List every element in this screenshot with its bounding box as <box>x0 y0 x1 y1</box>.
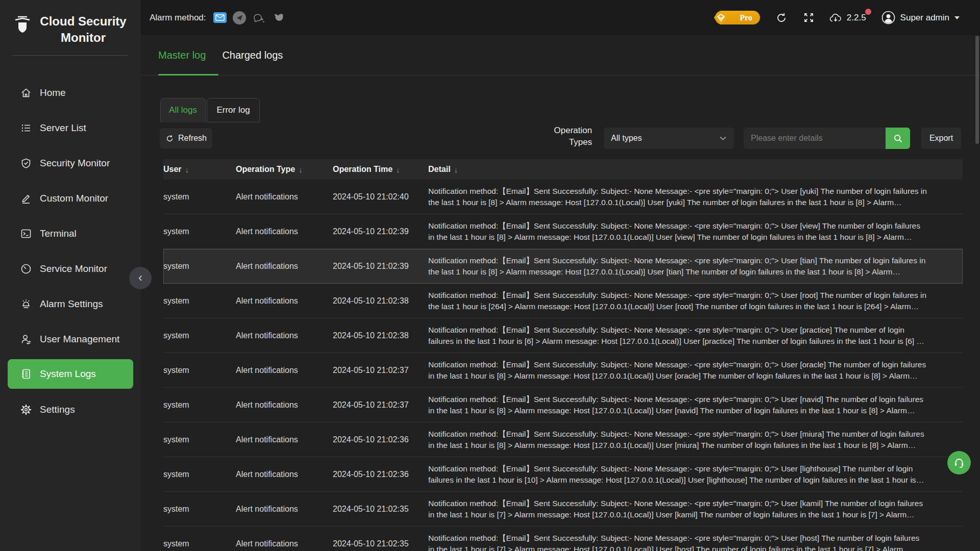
cell-detail: Notification method:【Email】Sent Successf… <box>428 429 963 450</box>
sidebar-collapse-button[interactable]: ‹ <box>129 267 152 289</box>
table-row[interactable]: systemAlert notifications2024-05-10 21:0… <box>163 388 963 422</box>
header-user[interactable]: User↓ <box>163 165 236 174</box>
table-row[interactable]: systemAlert notifications2024-05-10 21:0… <box>163 422 963 457</box>
sidebar-item-terminal[interactable]: Terminal <box>0 216 141 251</box>
cell-user: system <box>163 400 236 410</box>
header-detail[interactable]: Detail↓ <box>428 165 963 174</box>
table-row[interactable]: systemAlert notifications2024-05-10 21:0… <box>163 214 963 249</box>
search-input[interactable] <box>744 128 886 149</box>
table-row[interactable]: systemAlert notifications2024-05-10 21:0… <box>163 353 963 388</box>
app-logo: Cloud Security Monitor <box>0 0 141 46</box>
sidebar-item-settings[interactable]: Settings <box>0 392 141 427</box>
gear-icon <box>19 403 33 416</box>
cell-detail: Notification method:【Email】Sent Successf… <box>428 255 963 277</box>
table-row[interactable]: systemAlert notifications2024-05-10 21:0… <box>163 180 963 214</box>
cloud-download-icon <box>829 12 842 23</box>
cell-user: system <box>163 296 236 306</box>
cell-user: system <box>163 435 236 444</box>
pro-badge[interactable]: Pro <box>715 11 760 24</box>
sidebar-item-system-logs[interactable]: System Logs <box>8 359 133 389</box>
cell-time: 2024-05-10 21:02:35 <box>333 505 428 514</box>
cell-type: Alert notifications <box>236 470 333 479</box>
sub-tabs: All logs Error log <box>160 98 260 122</box>
cell-detail: Notification method:【Email】Sent Successf… <box>428 186 963 208</box>
sidebar-nav: Home Server List Securit <box>0 75 141 427</box>
cell-detail: Notification method:【Email】Sent Successf… <box>428 220 963 242</box>
header-operation-time[interactable]: Operation Time↓ <box>333 165 428 174</box>
cell-user: system <box>163 331 236 340</box>
shield-logo-icon <box>12 13 33 38</box>
export-button[interactable]: Export <box>921 128 961 149</box>
cell-detail: Notification method:【Email】Sent Successf… <box>428 463 963 485</box>
cell-time: 2024-05-10 21:02:39 <box>333 227 428 236</box>
subtab-all-logs[interactable]: All logs <box>160 98 206 122</box>
home-icon <box>19 86 33 99</box>
version-group[interactable]: 2.2.5 <box>829 12 866 23</box>
sidebar-item-alarm-settings[interactable]: Alarm Settings <box>0 286 141 321</box>
search-button[interactable] <box>886 128 910 149</box>
sort-desc-icon: ↓ <box>396 165 400 174</box>
sidebar: Cloud Security Monitor Home <box>0 0 141 551</box>
terminal-icon <box>19 227 33 240</box>
sort-desc-icon: ↓ <box>454 165 458 174</box>
tab-charged-logs[interactable]: Charged logs <box>222 49 283 61</box>
tab-master-log[interactable]: Master log <box>158 49 206 61</box>
header-operation-type[interactable]: Operation Type↓ <box>236 165 333 174</box>
search-group <box>744 128 910 149</box>
customer-service-button[interactable] <box>947 451 971 474</box>
pencil-icon <box>19 192 33 205</box>
table-row[interactable]: systemAlert notifications2024-05-10 21:0… <box>163 492 963 527</box>
sidebar-item-security-monitor[interactable]: Security Monitor <box>0 145 141 181</box>
cell-type: Alert notifications <box>236 366 333 375</box>
cell-type: Alert notifications <box>236 296 333 306</box>
diamond-icon <box>712 8 730 29</box>
cell-time: 2024-05-10 21:02:38 <box>333 296 428 306</box>
controls-bar: Refresh Operation Types All types Export <box>141 128 980 149</box>
cell-time: 2024-05-10 21:02:35 <box>333 539 428 548</box>
bird-alarm-icon[interactable] <box>272 11 285 24</box>
headset-icon <box>952 456 966 469</box>
chat-sparkle-alarm-icon[interactable] <box>252 11 265 24</box>
operation-types-label: Operation Types <box>529 124 592 148</box>
cell-detail: Notification method:【Email】Sent Successf… <box>428 290 963 312</box>
cell-type: Alert notifications <box>236 192 333 202</box>
refresh-icon[interactable] <box>775 12 788 24</box>
cell-type: Alert notifications <box>236 331 333 340</box>
app-title: Cloud Security Monitor <box>33 13 134 46</box>
alarm-method-group: Alarm method: <box>150 11 285 24</box>
sort-desc-icon: ↓ <box>185 165 189 174</box>
telegram-alarm-icon[interactable] <box>233 11 246 24</box>
sort-desc-icon: ↓ <box>299 165 303 174</box>
sidebar-item-service-monitor[interactable]: Service Monitor <box>0 251 141 286</box>
scrollbar-thumb[interactable] <box>975 36 979 144</box>
sidebar-divider <box>12 55 129 56</box>
user-menu[interactable]: Super admin <box>881 11 960 24</box>
table-row[interactable]: systemAlert notifications2024-05-10 21:0… <box>163 249 963 284</box>
cell-detail: Notification method:【Email】Sent Successf… <box>428 533 963 551</box>
sidebar-item-server-list[interactable]: Server List <box>0 110 141 145</box>
cell-time: 2024-05-10 21:02:39 <box>333 262 428 271</box>
avatar-icon <box>881 11 895 24</box>
sidebar-item-custom-monitor[interactable]: Custom Monitor <box>0 181 141 216</box>
table-row[interactable]: systemAlert notifications2024-05-10 21:0… <box>163 318 963 353</box>
cell-user: system <box>163 505 236 514</box>
cell-type: Alert notifications <box>236 435 333 444</box>
refresh-button[interactable]: Refresh <box>160 128 212 148</box>
cell-detail: Notification method:【Email】Sent Successf… <box>428 324 963 346</box>
cell-user: system <box>163 539 236 548</box>
sidebar-item-home[interactable]: Home <box>0 75 141 110</box>
subtab-error-log[interactable]: Error log <box>207 98 260 122</box>
cell-detail: Notification method:【Email】Sent Successf… <box>428 394 963 416</box>
cell-type: Alert notifications <box>236 539 333 548</box>
select-value: All types <box>611 134 642 143</box>
table-row[interactable]: systemAlert notifications2024-05-10 21:0… <box>163 527 963 551</box>
sidebar-item-user-management[interactable]: User Management <box>0 321 141 357</box>
operation-type-select[interactable]: All types <box>604 128 734 149</box>
log-book-icon <box>19 367 33 381</box>
cell-time: 2024-05-10 21:02:38 <box>333 331 428 340</box>
table-row[interactable]: systemAlert notifications2024-05-10 21:0… <box>163 457 963 492</box>
fullscreen-icon[interactable] <box>803 12 815 23</box>
email-alarm-icon[interactable] <box>213 11 227 24</box>
table-row[interactable]: systemAlert notifications2024-05-10 21:0… <box>163 284 963 318</box>
cell-time: 2024-05-10 21:02:40 <box>333 192 428 202</box>
